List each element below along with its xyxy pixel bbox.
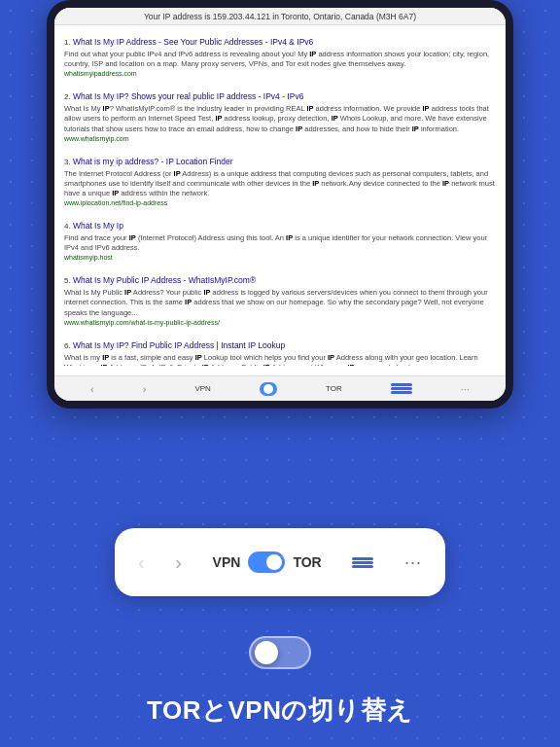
result-item: 3. What is my ip address? - IP Location … [64, 151, 496, 206]
result-desc: Find and trace your IP (Internet Protoco… [64, 233, 496, 253]
ft-layer-2 [352, 561, 373, 564]
toggle-knob [263, 384, 273, 394]
forward-button[interactable]: › [143, 383, 147, 395]
layers-icon-ft[interactable] [352, 557, 373, 568]
more-button-toolbar[interactable]: ··· [461, 383, 470, 395]
result-desc: What Is My IP? WhatIsMyIP.com® is the in… [64, 104, 496, 133]
bottom-label: TORとVPNの切り替え [147, 695, 413, 725]
floating-toolbar: ‹ › VPN TOR ··· [115, 528, 445, 596]
result-header: 5. What Is My Public IP Address - WhatIs… [64, 269, 496, 287]
search-results: 1. What Is My IP Address - See Your Publ… [54, 25, 506, 366]
big-toggle[interactable] [249, 636, 311, 669]
result-item: 1. What Is My IP Address - See Your Publ… [64, 31, 496, 77]
result-number: 1. [64, 38, 73, 47]
ft-layer-3 [352, 565, 373, 568]
vpn-text: VPN [213, 554, 241, 570]
result-desc: What is my IP is a fast, simple and easy… [64, 353, 496, 366]
result-header: 2. What Is My IP? Shows your real public… [64, 86, 496, 103]
browser-top-bar: Your IP address is 159.203.44.121 in Tor… [54, 8, 506, 25]
result-header: 3. What is my ip address? - IP Location … [64, 151, 496, 168]
ip-notice: Your IP address is 159.203.44.121 in Tor… [144, 12, 416, 21]
vpn-toggle[interactable] [248, 551, 285, 573]
result-url[interactable]: www.whatismyip.com [64, 135, 496, 142]
result-url[interactable]: whatismyipaddress.com [64, 70, 496, 77]
result-number: 6. [64, 341, 73, 350]
result-header: 1. What Is My IP Address - See Your Publ… [64, 31, 496, 49]
result-number: 3. [64, 158, 73, 166]
vpn-toggle-small[interactable] [260, 382, 277, 396]
result-desc: Find out what your public IPv4 and IPv6 … [64, 50, 496, 69]
toggle-knob [266, 554, 282, 570]
layer-2 [391, 387, 412, 390]
tablet-screen: Your IP address is 159.203.44.121 in Tor… [54, 8, 506, 401]
result-desc: What Is My Public IP Address? Your publi… [64, 288, 496, 317]
browser-toolbar: ‹ › VPN TOR ··· [54, 375, 506, 401]
result-title[interactable]: What Is My Public IP Address - WhatIsMyI… [73, 275, 256, 285]
big-toggle-area [249, 636, 311, 669]
back-arrow-ft[interactable]: ‹ [138, 551, 145, 574]
result-title[interactable]: What Is My IP? Shows your real public IP… [73, 91, 303, 101]
result-desc: The Internet Protocol Address (or IP Add… [64, 169, 496, 198]
big-toggle-knob [255, 641, 278, 664]
more-button-ft[interactable]: ··· [404, 552, 422, 573]
result-title[interactable]: What Is My Ip [73, 221, 123, 231]
ft-layer-1 [352, 557, 373, 560]
bottom-text-area: TORとVPNの切り替え [147, 694, 413, 728]
tablet-frame: Your IP address is 159.203.44.121 in Tor… [47, 0, 513, 409]
tor-label: TOR [326, 384, 342, 393]
layer-1 [391, 383, 412, 386]
result-title[interactable]: What Is My IP? Find Public IP Address | … [73, 340, 285, 350]
back-button[interactable]: ‹ [90, 383, 94, 395]
forward-arrow-ft[interactable]: › [175, 551, 182, 574]
result-number: 2. [64, 92, 73, 101]
vpn-label: VPN [194, 384, 210, 393]
result-item: 4. What Is My IpFind and trace your IP (… [64, 215, 496, 261]
result-title[interactable]: What Is My IP Address - See Your Public … [73, 37, 313, 47]
result-item: 6. What Is My IP? Find Public IP Address… [64, 335, 496, 366]
result-url[interactable]: whatismyip.host [64, 254, 496, 261]
result-item: 2. What Is My IP? Shows your real public… [64, 86, 496, 141]
result-number: 5. [64, 276, 73, 285]
result-item: 5. What Is My Public IP Address - WhatIs… [64, 269, 496, 325]
layers-icon[interactable] [391, 383, 412, 394]
result-url[interactable]: www.whatismyip.com/what-is-my-public-ip-… [64, 319, 496, 326]
tor-text: TOR [293, 554, 321, 570]
layer-3 [391, 391, 412, 394]
result-url[interactable]: www.iplocation.net/find-ip-address [64, 199, 496, 206]
vpn-section: VPN TOR [213, 551, 322, 573]
result-title[interactable]: What is my ip address? - IP Location Fin… [73, 157, 233, 166]
result-header: 6. What Is My IP? Find Public IP Address… [64, 335, 496, 352]
result-number: 4. [64, 222, 73, 231]
result-header: 4. What Is My Ip [64, 215, 496, 232]
